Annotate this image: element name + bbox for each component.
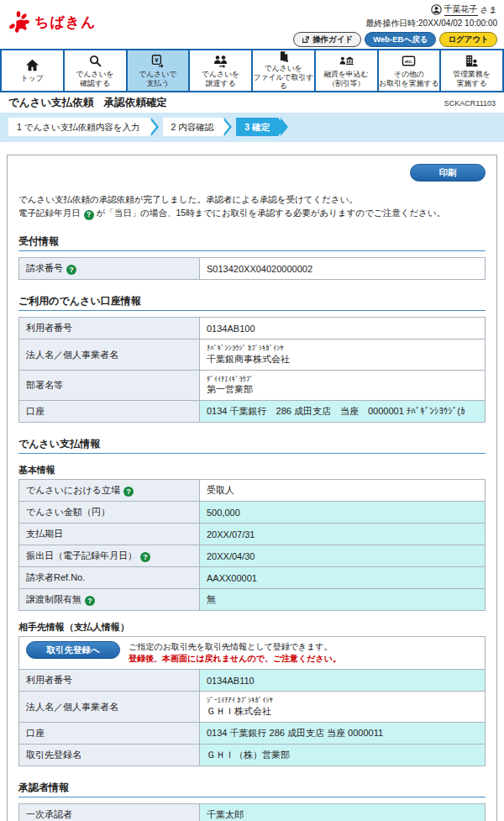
step-3-current: 3 確定 <box>236 118 278 136</box>
section-title-payment: でんさい支払情報 <box>18 437 486 454</box>
register-counterparty-button[interactable]: 取引先登録へ <box>26 641 120 659</box>
file-icon <box>276 50 291 62</box>
table-row: 部署名等 ﾀﾞｲｲﾁｴｲｷﾞﾖｳﾌﾞ 第一営業部 <box>19 370 486 401</box>
completion-message: でんさい支払依頼の承認依頼が完了しました。承認者による承認を受けてください。 電… <box>18 192 486 220</box>
step-indicator: 1 でんさい支払依頼内容を入力 2 内容確認 3 確定 <box>0 113 504 142</box>
table-row: 取引先登録名 ＧＨＩ（株）営業部 <box>19 745 486 766</box>
account-table: 利用者番号 0134AB100 法人名／個人事業者名 ﾁﾊﾞｷﾞﾝｼﾖｳｼﾞ ｶ… <box>18 317 486 423</box>
table-row: 振出日（電子記録年月日）? 20XX/04/30 <box>19 545 486 567</box>
external-link-icon <box>302 35 310 44</box>
section-title-approvers: 承認者情報 <box>18 781 486 797</box>
table-row: 法人名／個人事業者名 ﾁﾊﾞｷﾞﾝｼﾖｳｼﾞ ｶﾌﾞｼｷｶﾞｲｼﾔ 千葉銀商事株… <box>19 339 486 371</box>
counterparty-name-value: ｼﾞｰｴｲﾁｱｲ ｶﾌﾞｼｷｶﾞｲｼﾔ ＧＨＩ株式会社 <box>200 692 486 723</box>
primary-approver-value: 千葉太郎 <box>200 804 486 821</box>
table-row: 取引先登録へ ご指定のお取引先を取引先情報として登録できます。 登録後、本画面に… <box>19 637 486 670</box>
step-2: 2 内容確認 <box>163 118 223 136</box>
approvers-table: 一次承認者 千葉太郎 最終承認者 千葉花子 <box>18 803 486 821</box>
two-people-icon <box>213 54 228 68</box>
amount-value: 500,000 <box>200 502 486 524</box>
user-info: 千葉花子 さま <box>431 3 497 16</box>
user-number-value: 0134AB100 <box>200 318 486 339</box>
nav-tab-file-densai[interactable]: でんさいを ファイルで取引する <box>253 50 314 91</box>
building-person-icon <box>465 54 479 68</box>
section-title-account: ご利用のでんさい口座情報 <box>18 294 486 311</box>
web-eb-back-button[interactable]: Web-EBへ戻る <box>365 32 436 47</box>
account-value: 0134 千葉銀行 286 成田支店 当座 0000001 ﾁﾊﾞｷﾞﾝｼﾖｳｼ… <box>200 401 486 423</box>
register-warning: 登録後、本画面には戻れませんので、ご注意ください。 <box>129 654 341 663</box>
logout-button[interactable]: ログアウト <box>439 32 497 47</box>
main-panel: 印刷 でんさい支払依頼の承認依頼が完了しました。承認者による承認を受けてください… <box>7 155 497 821</box>
nav-tab-loan[interactable]: 融資を申込む （割引等） <box>316 50 377 91</box>
department-value: ﾀﾞｲｲﾁｴｲｷﾞﾖｳﾌﾞ 第一営業部 <box>200 370 486 401</box>
screen-id: SCKACR11103 <box>444 99 496 108</box>
counterparty-table: 取引先登録へ ご指定のお取引先を取引先情報として登録できます。 登録後、本画面に… <box>18 636 486 766</box>
due-date-value: 20XX/07/31 <box>200 524 486 545</box>
request-number-value: S013420XX04020000002 <box>200 258 486 280</box>
person-icon <box>431 4 442 15</box>
table-row: 支払期日 20XX/07/31 <box>19 524 486 545</box>
corporate-name-value: ﾁﾊﾞｷﾞﾝｼﾖｳｼﾞ ｶﾌﾞｼｷｶﾞｲｼﾔ 千葉銀商事株式会社 <box>200 339 486 371</box>
user-name: 千葉花子 <box>444 3 478 16</box>
nav-tab-other[interactable]: etc. その他の お取引を実施する <box>379 50 440 91</box>
nav-tab-top[interactable]: トップ <box>2 50 63 91</box>
transfer-restriction-value: 無 <box>200 589 486 611</box>
chibagin-flower-icon <box>7 10 30 34</box>
subsection-title-counterparty: 相手先情報（支払人情報） <box>18 621 486 634</box>
position-value: 受取人 <box>200 480 486 502</box>
help-icon[interactable]: ? <box>84 210 94 220</box>
table-row: でんさい金額（円） 500,000 <box>19 502 486 524</box>
ref-no-value: AAXX00001 <box>200 567 486 589</box>
table-row: 口座 0134 千葉銀行 286 成田支店 当座 0000011 <box>19 723 486 745</box>
nav-tab-admin[interactable]: 管理業務を 実施する <box>441 50 502 91</box>
table-row: 譲渡制限有無? 無 <box>19 589 486 611</box>
table-row: 請求番号? S013420XX04020000002 <box>19 258 486 280</box>
table-row: 利用者番号 0134AB100 <box>19 318 486 339</box>
table-row: 一次承認者 千葉太郎 <box>19 804 486 821</box>
home-icon <box>25 58 39 72</box>
table-row: 請求者Ref.No. AAXX00001 <box>19 567 486 589</box>
help-icon[interactable]: ? <box>140 552 150 562</box>
person-bank-icon <box>339 54 354 68</box>
user-suffix: さま <box>480 4 497 16</box>
bank-logo: ちばきん <box>7 10 97 34</box>
svg-text:etc.: etc. <box>405 59 413 64</box>
counterparty-registered-name-value: ＧＨＩ（株）営業部 <box>200 745 486 766</box>
main-nav: トップ でんさいを 確認する ¥ でんさいで 支払う でんさいを 譲渡する でん… <box>0 49 504 92</box>
counterparty-user-number-value: 0134AB110 <box>200 670 486 692</box>
table-row: 法人名／個人事業者名 ｼﾞｰｴｲﾁｱｲ ｶﾌﾞｼｷｶﾞｲｼﾔ ＧＨＩ株式会社 <box>19 692 486 723</box>
svg-text:¥: ¥ <box>155 56 160 64</box>
reception-table: 請求番号? S013420XX04020000002 <box>18 257 486 280</box>
yen-pay-icon: ¥ <box>150 54 165 68</box>
page-title: でんさい支払依頼 承認依頼確定 <box>8 96 167 110</box>
operation-guide-button[interactable]: 操作ガイド <box>293 32 361 47</box>
last-operation-time: 最終操作日時:20XX/04/02 10:00:00 <box>365 18 497 29</box>
nav-tab-confirm-densai[interactable]: でんさいを 確認する <box>65 50 126 91</box>
help-icon[interactable]: ? <box>123 487 134 497</box>
help-icon[interactable]: ? <box>85 596 95 606</box>
header: ちばきん 千葉花子 さま 最終操作日時:20XX/04/02 10:00:00 … <box>0 0 504 49</box>
table-row: 口座 0134 千葉銀行 286 成田支店 当座 0000001 ﾁﾊﾞｷﾞﾝｼ… <box>19 401 486 423</box>
issue-date-value: 20XX/04/30 <box>200 545 486 567</box>
subsection-title-basic: 基本情報 <box>18 464 486 476</box>
help-icon[interactable]: ? <box>66 265 76 275</box>
register-note: ご指定のお取引先を取引先情報として登録できます。 <box>129 642 333 651</box>
step-1: 1 でんさい支払依頼内容を入力 <box>8 118 149 136</box>
bank-logo-text: ちばきん <box>34 13 97 32</box>
etc-icon: etc. <box>402 54 416 68</box>
payment-basic-table: でんさいにおける立場? 受取人 でんさい金額（円） 500,000 支払期日 2… <box>18 479 486 611</box>
nav-tab-transfer-densai[interactable]: でんさいを 譲渡する <box>190 50 251 91</box>
table-row: 利用者番号 0134AB110 <box>19 670 486 692</box>
search-icon <box>88 54 102 68</box>
table-row: でんさいにおける立場? 受取人 <box>19 480 486 502</box>
section-title-reception: 受付情報 <box>18 234 486 251</box>
print-button-top[interactable]: 印刷 <box>410 164 486 182</box>
counterparty-account-value: 0134 千葉銀行 286 成田支店 当座 0000011 <box>200 723 486 745</box>
nav-tab-pay-densai[interactable]: ¥ でんさいで 支払う <box>128 50 189 91</box>
